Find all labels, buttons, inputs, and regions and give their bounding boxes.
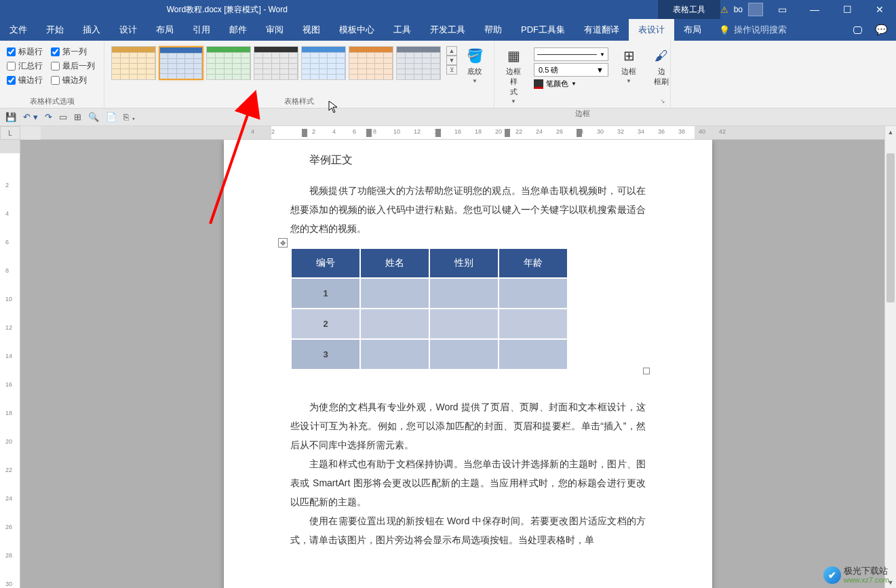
- tab-design[interactable]: 设计: [110, 19, 147, 41]
- borders-button[interactable]: ⊞ 边框 ▼: [614, 43, 644, 87]
- table-header-cell[interactable]: 年龄: [499, 248, 568, 278]
- tab-tools[interactable]: 工具: [384, 19, 421, 41]
- table-cell[interactable]: [360, 339, 429, 370]
- table-style-thumb-5[interactable]: [349, 46, 393, 80]
- paragraph-1: 视频提供了功能强大的方法帮助您证明您的观点。当您单击联机视频时，可以在想要添加的…: [290, 181, 646, 238]
- table-move-handle-icon[interactable]: ✥: [278, 238, 288, 248]
- border-painter-button[interactable]: 🖌 边 框刷: [646, 43, 676, 90]
- check-last-col[interactable]: 最后一列: [51, 60, 95, 72]
- user-name: bo: [734, 5, 743, 14]
- gallery-scroll[interactable]: ▲ ▼ ⊻: [446, 43, 457, 77]
- table-header-cell[interactable]: 编号: [291, 248, 360, 278]
- paragraph-2: 为使您的文档具有专业外观，Word 提供了页眉、页脚、封面和文本框设计，这些设计…: [290, 397, 646, 454]
- qat-btn-4[interactable]: 📄: [106, 112, 117, 122]
- group-label-style-options: 表格样式选项: [4, 95, 100, 108]
- ruler-horizontal[interactable]: 4224681012141618202224262830323436384042: [41, 126, 884, 140]
- qat-btn-1[interactable]: ▭: [59, 112, 67, 122]
- table-style-thumb-6[interactable]: [396, 46, 441, 80]
- tab-mail[interactable]: 邮件: [220, 19, 256, 41]
- table-header-cell[interactable]: 性别: [429, 248, 499, 278]
- tab-help[interactable]: 帮助: [475, 19, 511, 41]
- ruler-vertical[interactable]: 24681012141618202224262830: [0, 140, 20, 588]
- shading-button[interactable]: 🪣 底纹 ▼: [460, 43, 490, 87]
- table-cell[interactable]: [429, 278, 499, 309]
- border-line-style-select[interactable]: ▼: [534, 47, 608, 61]
- close-button[interactable]: ✕: [866, 0, 893, 19]
- check-banded-col[interactable]: 镶边列: [51, 75, 95, 86]
- qat-btn-3[interactable]: 🔍: [88, 112, 99, 122]
- table-cell[interactable]: [499, 339, 568, 370]
- scroll-thumb[interactable]: [887, 153, 895, 302]
- user-avatar[interactable]: [748, 3, 763, 16]
- warning-icon: ⚠: [720, 5, 728, 15]
- gallery-up-icon[interactable]: ▲: [446, 46, 457, 56]
- qat-btn-2[interactable]: ⊞: [74, 112, 81, 122]
- table-style-gallery: [109, 43, 444, 83]
- tab-table-layout[interactable]: 布局: [674, 19, 711, 41]
- table-cell[interactable]: [499, 309, 568, 339]
- chevron-down-icon: ▼: [511, 98, 516, 104]
- redo-button[interactable]: ↷: [45, 112, 52, 122]
- scroll-up-icon[interactable]: ▲: [885, 126, 896, 138]
- comments-icon[interactable]: 💬: [875, 24, 888, 36]
- contextual-tab-label: 表格工具: [658, 0, 720, 19]
- dialog-launcher-icon[interactable]: ↘: [660, 98, 668, 106]
- tab-layout[interactable]: 布局: [147, 19, 183, 41]
- tab-home[interactable]: 开始: [37, 19, 73, 41]
- table-cell[interactable]: 2: [291, 309, 360, 339]
- table-cell[interactable]: 1: [291, 278, 360, 309]
- chevron-down-icon: ▼: [626, 78, 631, 84]
- undo-button[interactable]: ↶ ▾: [23, 112, 38, 122]
- tell-me-search[interactable]: 💡 操作说明搜索: [711, 19, 795, 41]
- tab-youdao[interactable]: 有道翻译: [574, 19, 629, 41]
- share-icon[interactable]: 🖵: [853, 24, 863, 36]
- check-first-col[interactable]: 第一列: [51, 46, 95, 58]
- group-style-options: 标题行 汇总行 镶边行 第一列 最后一列 镶边列 表格样式选项: [0, 41, 104, 108]
- tab-review[interactable]: 审阅: [256, 19, 293, 41]
- gallery-down-icon[interactable]: ▼: [446, 56, 457, 65]
- minimize-button[interactable]: —: [801, 0, 828, 19]
- check-banded-row[interactable]: 镶边行: [7, 75, 43, 86]
- save-button[interactable]: 💾: [5, 112, 16, 122]
- ribbon-options-icon[interactable]: ▭: [768, 0, 796, 19]
- table-style-thumb-0[interactable]: [111, 46, 156, 80]
- table-resize-handle-icon[interactable]: [643, 368, 650, 374]
- table-cell[interactable]: [360, 309, 429, 339]
- maximize-button[interactable]: ☐: [834, 0, 861, 19]
- tab-insert[interactable]: 插入: [73, 19, 110, 41]
- border-style-button[interactable]: ▦ 边框样 式 ▼: [499, 43, 528, 107]
- table-row[interactable]: 2: [291, 309, 568, 339]
- table-style-thumb-3[interactable]: [254, 46, 298, 80]
- check-total-row[interactable]: 汇总行: [7, 60, 43, 72]
- document-area[interactable]: 举例正文 视频提供了功能强大的方法帮助您证明您的观点。当您单击联机视频时，可以在…: [20, 140, 896, 588]
- table-style-thumb-4[interactable]: [301, 46, 346, 80]
- gallery-more-icon[interactable]: ⊻: [446, 65, 457, 75]
- heading: 举例正文: [290, 153, 646, 168]
- vertical-scrollbar[interactable]: ▲ ▼: [884, 126, 896, 588]
- table-row[interactable]: 1: [291, 278, 568, 309]
- table-style-thumb-1[interactable]: [159, 46, 203, 80]
- tab-file[interactable]: 文件: [0, 19, 37, 41]
- table-style-thumb-2[interactable]: [206, 46, 251, 80]
- table-cell[interactable]: [429, 309, 499, 339]
- tab-devtools[interactable]: 开发工具: [421, 19, 475, 41]
- table-cell[interactable]: [360, 278, 429, 309]
- qat-btn-5[interactable]: ⎘ ▾: [123, 112, 137, 122]
- table-header-row: 编号姓名性别年龄: [291, 248, 568, 278]
- tab-references[interactable]: 引用: [183, 19, 220, 41]
- table-header-cell[interactable]: 姓名: [360, 248, 429, 278]
- tab-table-design[interactable]: 表设计: [629, 19, 674, 41]
- pen-color-swatch-icon: [534, 79, 543, 89]
- table-cell[interactable]: [429, 339, 499, 370]
- border-weight-select[interactable]: 0.5 磅▼: [534, 63, 608, 77]
- tab-pdf[interactable]: PDF工具集: [511, 19, 574, 41]
- table-cell[interactable]: [499, 278, 568, 309]
- pen-color-button[interactable]: 笔颜色 ▼: [534, 79, 608, 89]
- document-table[interactable]: 编号姓名性别年龄 123: [290, 248, 568, 370]
- tab-template[interactable]: 模板中心: [330, 19, 384, 41]
- table-row[interactable]: 3: [291, 339, 568, 370]
- check-header-row[interactable]: 标题行: [7, 46, 43, 58]
- table-cell[interactable]: 3: [291, 339, 360, 370]
- watermark: ✔ 极光下载站 www.xz7.com: [823, 566, 889, 584]
- tab-view[interactable]: 视图: [293, 19, 330, 41]
